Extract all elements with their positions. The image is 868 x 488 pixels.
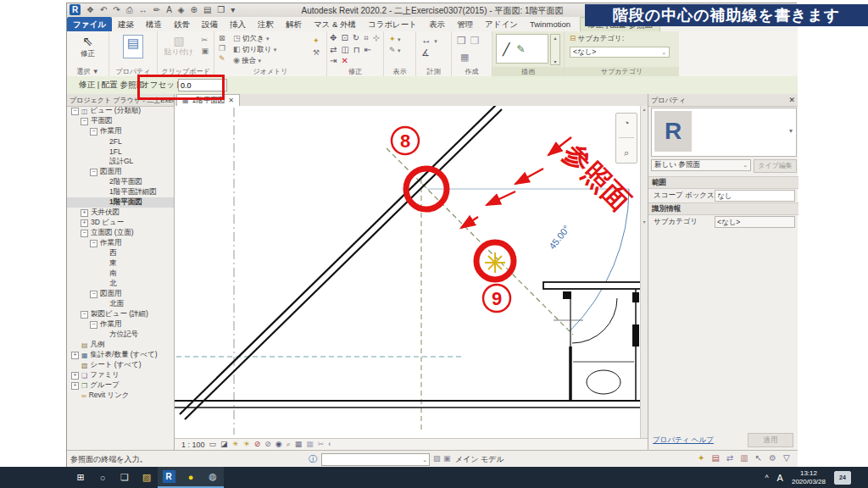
tree-item[interactable]: −作業用 [67,238,174,248]
modify-button[interactable]: ⇖ 修正 [67,34,108,59]
visual-style-icon[interactable]: ▭ [209,440,217,449]
collapse-icon[interactable]: − [81,311,88,319]
create-assembly-icon[interactable]: ▦ [460,52,469,62]
steering-wheel-icon[interactable]: ◔ [624,118,630,128]
relinquish-icon[interactable]: ⇄ [726,453,733,463]
sun-path-icon[interactable]: ☀ [232,440,239,449]
model-canvas[interactable]: 45.00° [175,106,641,438]
properties-button[interactable]: ▤ [123,35,143,58]
measure-icon[interactable]: ↔ ▾ [421,34,451,46]
angle-value[interactable]: 45.00° [547,224,571,252]
explorer-button[interactable]: ▨ [136,467,158,488]
draw-scroll-up-icon[interactable]: ▴ [554,35,556,41]
tab-2[interactable]: 構造 [140,17,168,31]
help-info-icon[interactable]: ⓘ [309,453,317,465]
editing-requests-icon[interactable]: ▤ [711,453,719,463]
tree-item[interactable]: 設計GL [67,157,174,167]
panel-label-measure[interactable]: 計測 [416,67,452,76]
geometry-tool-切り取り[interactable]: ◧ 切り取り ▾ [233,44,276,55]
tree-item[interactable]: +▦集計表/数量 (すべて) [67,350,174,360]
tree-item[interactable]: 方位記号 [67,330,174,340]
canvas-vertical-scrollbar[interactable]: ▴▾ [640,106,648,438]
tab-7[interactable]: 解析 [280,17,308,31]
tree-item[interactable]: 南 [67,269,174,279]
tree-item[interactable]: 1階平面詳細図 [67,187,174,197]
tab-1[interactable]: 建築 [112,17,140,31]
more-icon[interactable]: ‹ [328,440,331,449]
lightbulb-icon[interactable]: ✦ ▾ [389,35,415,43]
subcategory-row-value[interactable]: <なし> [715,216,795,228]
type-selector[interactable]: R ▾ [651,108,797,157]
tree-item[interactable]: +3D ビュー [67,218,174,228]
tab-3[interactable]: 鉄骨 [168,17,196,31]
tree-item[interactable]: 2階平面図 [67,177,174,187]
workset-dropdown[interactable]: ⌄ [321,453,430,466]
collapse-icon[interactable]: − [90,291,97,298]
collapse-icon[interactable]: − [90,128,97,136]
cope-icon[interactable]: ⊠ [219,34,225,42]
panel-label-select[interactable]: 選択 ▼ [67,67,109,76]
property-row-subcategory[interactable]: サブカテゴリ <なし> [648,215,798,229]
tree-item[interactable]: +❏ファミリ [67,370,174,380]
create-similar-icon[interactable]: ❒ [470,35,480,47]
properties-help-link[interactable]: プロパティ ヘルプ [653,435,714,446]
panel-label-draw[interactable]: 描画 [492,67,565,76]
action-center-badge[interactable]: 24 [834,471,851,485]
paint-bucket-icon[interactable]: ✦ [313,36,320,45]
tree-item[interactable]: +天井伏図 [67,208,174,218]
tab-11[interactable]: 管理 [451,17,479,31]
expand-icon[interactable]: + [81,209,88,217]
copy-icon[interactable]: ⊡ [341,33,348,43]
draw-scroll-down-icon[interactable]: ▾ [554,58,556,64]
ime-indicator[interactable]: A [777,473,783,483]
pick-lines-tool[interactable]: ✎ [516,43,525,55]
collapse-icon[interactable]: − [90,169,97,176]
tree-item[interactable]: −図面用 [67,167,174,177]
type-name-dropdown[interactable]: 新しい 参照面 ⌄ [651,159,751,171]
tab-0[interactable]: ファイル [67,17,112,31]
tree-item[interactable]: ▤凡例 [67,340,174,350]
properties-titlebar[interactable]: プロパティ ✕ [648,94,798,107]
select-toggle-icon[interactable]: ↖ [755,453,762,463]
revit-app-button[interactable]: R [158,467,180,488]
tab-9[interactable]: コラボレート [362,17,423,31]
draw-line-tool[interactable]: ╱ [503,42,509,56]
tree-item[interactable]: −作業用 [67,319,174,330]
filter-icon[interactable]: ▽ [783,453,790,463]
temporary-hide-icon[interactable]: ◉ [275,440,282,449]
view-scale[interactable]: 1 : 100 [181,441,205,449]
tab-8[interactable]: マス & 外構 [308,17,362,31]
rotate-icon[interactable]: ↻ [353,33,359,43]
cut-icon[interactable]: ✂ [201,36,209,44]
tree-item[interactable]: −図面用 [67,289,174,299]
properties-close-icon[interactable]: ✕ [788,96,795,104]
panel-label-view[interactable]: 表示 [384,67,416,76]
expand-icon[interactable]: + [71,382,79,390]
paste-button[interactable]: ▧ 貼り付け [164,34,193,58]
search-button[interactable]: ○ [92,467,114,488]
tree-item[interactable]: 2FL [67,136,174,147]
taskbar-clock[interactable]: 13:12 2020/03/28 [792,469,826,486]
panel-label-create[interactable]: 作成 [452,67,492,76]
tree-item[interactable]: 1FL [67,147,174,157]
start-button[interactable]: ⊞ [70,467,92,488]
panel-label-subcategory[interactable]: サブカテゴリ [565,67,679,76]
mirror-icon[interactable]: ⇄ [330,45,337,54]
document-tab-close-icon[interactable]: ✕ [228,97,234,104]
render-icon[interactable]: ☀ [243,440,250,449]
tree-item[interactable]: ▧シート (すべて) [67,360,174,370]
expand-icon[interactable]: + [81,219,88,227]
expand-icon[interactable]: + [71,372,79,380]
editable-only-icon[interactable]: ▥ [740,453,748,463]
create-group-icon[interactable]: ❒ [457,35,466,47]
settings-icon[interactable]: ⚙ [769,453,776,463]
tab-10[interactable]: 表示 [423,17,451,31]
tab-5[interactable]: 挿入 [224,17,252,31]
apply-button[interactable]: 適用 [748,433,793,447]
geometry-tool-接合[interactable]: ◉ 接合 ▾ [233,55,276,66]
tree-item[interactable]: −立面図 (立面) [67,228,174,238]
demolish-icon[interactable]: ⚒ [313,48,320,57]
tree-item[interactable]: 西 [67,248,174,258]
subcategory-dropdown[interactable]: <なし> ⌄ [570,47,670,58]
split-icon[interactable]: ⇤ [364,45,371,54]
